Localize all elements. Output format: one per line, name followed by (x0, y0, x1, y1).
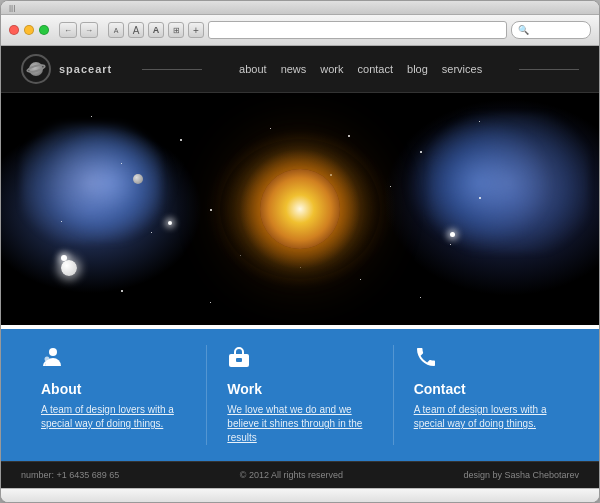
tab-bar: ||| (1, 1, 599, 15)
browser-status (1, 488, 599, 502)
nav-contact[interactable]: contact (358, 63, 393, 75)
forward-button[interactable]: → (80, 22, 98, 38)
site-footer: number: +1 6435 689 65 © 2012 All rights… (1, 461, 599, 488)
work-text[interactable]: We love what we do and we believe it shi… (227, 403, 372, 445)
svg-rect-3 (236, 358, 242, 362)
card-contact: Contact A team of design lovers with a s… (394, 345, 579, 445)
nav-line-left (142, 69, 202, 70)
work-icon (227, 345, 372, 375)
logo-text: spaceart (59, 63, 112, 75)
nav-about[interactable]: about (239, 63, 267, 75)
about-text[interactable]: A team of design lovers with a special w… (41, 403, 186, 431)
cards-section: About A team of design lovers with a spe… (1, 329, 599, 461)
nav-services[interactable]: services (442, 63, 482, 75)
reader-button[interactable]: ⊞ (168, 22, 184, 38)
address-bar[interactable] (208, 21, 507, 39)
text-size-bold[interactable]: A (148, 22, 164, 38)
contact-text[interactable]: A team of design lovers with a special w… (414, 403, 559, 431)
star-flare-3 (450, 232, 455, 237)
site-logo[interactable]: spaceart (21, 54, 112, 84)
about-title: About (41, 381, 186, 397)
site-nav: about news work contact blog services (202, 63, 519, 75)
nav-line-right (519, 69, 579, 70)
browser-nav: ← → (59, 22, 98, 38)
search-bar[interactable]: 🔍 (511, 21, 591, 39)
text-size-large[interactable]: A (128, 22, 144, 38)
nav-work[interactable]: work (320, 63, 343, 75)
footer-copyright: © 2012 All rights reserved (240, 470, 343, 480)
footer-credit: design by Sasha Chebotarev (463, 470, 579, 480)
footer-phone: number: +1 6435 689 65 (21, 470, 119, 480)
card-work: Work We love what we do and we believe i… (207, 345, 393, 445)
new-tab-button[interactable]: + (188, 22, 204, 38)
nav-blog[interactable]: blog (407, 63, 428, 75)
back-button[interactable]: ← (59, 22, 77, 38)
logo-icon (21, 54, 51, 84)
maximize-button[interactable] (39, 25, 49, 35)
card-about: About A team of design lovers with a spe… (21, 345, 207, 445)
svg-point-0 (49, 348, 57, 356)
sun (260, 169, 340, 249)
text-size-small[interactable]: A (108, 22, 124, 38)
site-header: spaceart about news work contact blog se… (1, 46, 599, 93)
close-button[interactable] (9, 25, 19, 35)
planet-small-2 (133, 174, 143, 184)
contact-icon (414, 345, 559, 375)
browser-window: ||| ← → A A A ⊞ + 🔍 (0, 0, 600, 503)
browser-toolbar: A A A ⊞ + 🔍 (108, 21, 591, 39)
traffic-lights (9, 25, 49, 35)
work-title: Work (227, 381, 372, 397)
hero-section (1, 93, 599, 325)
contact-title: Contact (414, 381, 559, 397)
browser-titlebar: ← → A A A ⊞ + 🔍 (1, 15, 599, 46)
about-icon (41, 345, 186, 375)
minimize-button[interactable] (24, 25, 34, 35)
nav-news[interactable]: news (281, 63, 307, 75)
search-icon: 🔍 (518, 25, 529, 35)
planet-small-1 (61, 260, 77, 276)
website-content: spaceart about news work contact blog se… (1, 46, 599, 488)
tab-indicator: ||| (9, 3, 15, 12)
